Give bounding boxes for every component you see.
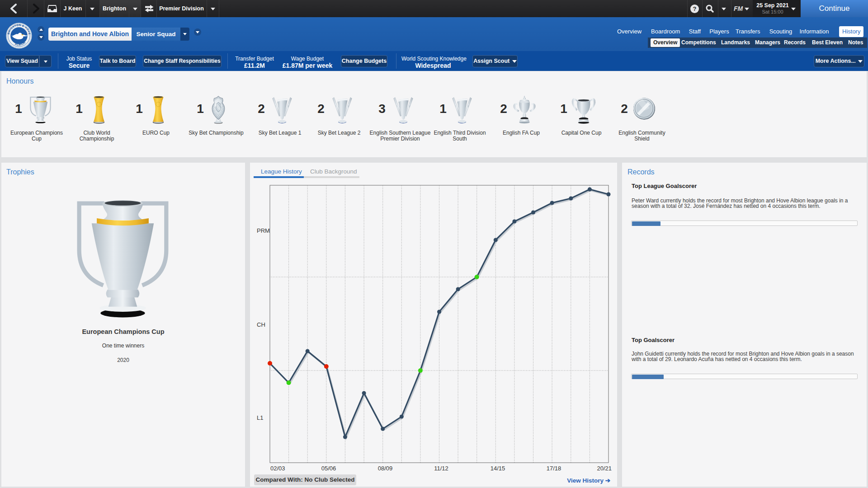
svg-text:17/18: 17/18 [547,465,561,472]
svg-text:?: ? [693,5,697,12]
svg-text:02/03: 02/03 [270,465,285,472]
svg-text:14/15: 14/15 [491,465,505,472]
svg-text:11/12: 11/12 [434,465,448,472]
svg-text:20/21: 20/21 [597,465,612,472]
svg-text:08/09: 08/09 [378,465,393,472]
svg-text:PRM: PRM [257,227,270,234]
svg-text:05/06: 05/06 [321,465,336,472]
svg-text:CH: CH [257,321,265,328]
svg-text:L1: L1 [257,414,263,421]
